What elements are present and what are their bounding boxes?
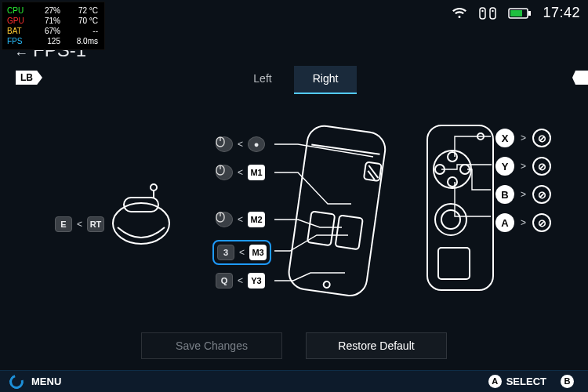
face-button-chip: Y: [495, 157, 514, 176]
svg-point-23: [448, 177, 457, 187]
face-mapping-a[interactable]: A>⊘: [495, 213, 551, 232]
svg-point-25: [441, 210, 460, 229]
svg-point-3: [492, 9, 494, 11]
button-chip: ●: [248, 136, 265, 152]
face-mapping-y[interactable]: Y>⊘: [495, 157, 551, 176]
arrow-icon: >: [521, 217, 526, 228]
button-chip: M1: [248, 165, 265, 180]
face-button-chip: B: [495, 185, 514, 204]
mapping-row-4[interactable]: Q<Y3: [216, 273, 265, 289]
svg-rect-1: [490, 8, 495, 19]
svg-point-14: [323, 281, 330, 288]
arrow-icon: >: [521, 132, 526, 143]
mapping-row-2[interactable]: <M2: [216, 212, 265, 227]
mapping-row-3[interactable]: 3<M3: [216, 243, 268, 262]
svg-rect-26: [438, 248, 470, 279]
disabled-icon: ⊘: [532, 213, 551, 232]
arrow-icon: <: [238, 214, 243, 225]
svg-rect-0: [480, 8, 485, 19]
save-button: Save Changes: [141, 332, 282, 359]
mouse-icon: [216, 136, 233, 152]
face-mapping-x[interactable]: X>⊘: [495, 129, 551, 147]
face-button-chip: X: [495, 129, 514, 147]
svg-rect-6: [528, 11, 531, 16]
arrow-icon: <: [238, 275, 243, 286]
svg-point-24: [435, 204, 466, 235]
disabled-icon: ⊘: [532, 129, 551, 147]
menu-label[interactable]: MENU: [31, 376, 61, 387]
button-chip: M3: [249, 245, 267, 260]
button-chip: RT: [87, 216, 104, 232]
side-tabs: Left Right: [0, 66, 588, 94]
tab-right[interactable]: Right: [294, 66, 357, 94]
status-bar: 17:42: [452, 5, 580, 21]
tab-left[interactable]: Left: [231, 66, 294, 94]
restore-button[interactable]: Restore Default: [306, 332, 447, 359]
arrow-icon: <: [238, 167, 243, 178]
mouse-icon: [216, 165, 233, 180]
controller-icon: [478, 7, 497, 20]
mouse-icon: [216, 212, 233, 227]
disabled-icon: ⊘: [532, 185, 551, 204]
mapping-row-0[interactable]: <●: [216, 136, 265, 152]
battery-icon: [508, 7, 532, 20]
key-chip: 3: [217, 245, 234, 260]
key-chip: Q: [216, 273, 233, 289]
clock: 17:42: [543, 5, 580, 21]
action-buttons: Save Changes Restore Default: [0, 332, 588, 359]
svg-rect-13: [336, 215, 363, 249]
face-button-chip: A: [495, 213, 514, 232]
disabled-icon: ⊘: [532, 157, 551, 176]
wifi-icon: [452, 7, 467, 20]
arrow-icon: <: [238, 139, 243, 150]
face-mapping-b[interactable]: B>⊘: [495, 185, 551, 204]
arrow-icon: >: [521, 161, 526, 172]
perf-overlay: CPU27%72 °C GPU71%70 °C BAT67%-- FPS1258…: [2, 2, 105, 50]
arrow-icon: >: [521, 189, 526, 200]
mapping-top-extra[interactable]: E < RT: [55, 216, 104, 232]
svg-point-2: [482, 9, 484, 11]
arrow-icon: <: [239, 247, 245, 258]
svg-rect-11: [287, 124, 387, 298]
svg-point-20: [448, 152, 457, 162]
controller-diagram: E < RT <●<M1<M23<M3Q<Y3 X>⊘Y>⊘B>⊘A>⊘: [0, 94, 588, 345]
mapping-row-1[interactable]: <M1: [216, 165, 265, 180]
footer-bar: MENU A SELECT B: [0, 370, 588, 392]
svg-rect-5: [510, 10, 522, 16]
brand-icon[interactable]: [7, 372, 27, 391]
svg-rect-12: [307, 211, 335, 245]
button-chip: M2: [248, 212, 265, 227]
hint-b: B: [561, 375, 579, 388]
key-chip: E: [55, 216, 72, 232]
button-chip: Y3: [248, 273, 265, 289]
hint-a: A SELECT: [488, 375, 546, 388]
arrow-icon: <: [77, 219, 82, 230]
svg-point-10: [151, 184, 157, 191]
